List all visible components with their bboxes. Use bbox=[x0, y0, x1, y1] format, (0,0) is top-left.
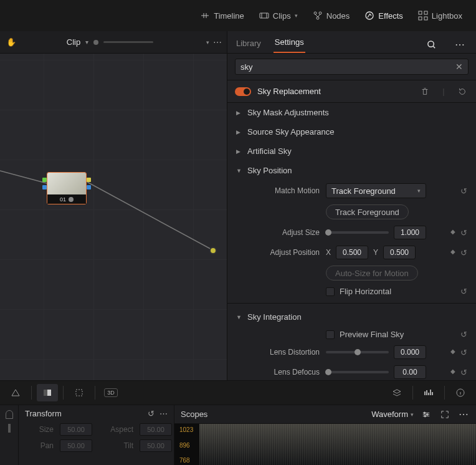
search-text[interactable] bbox=[240, 62, 450, 72]
svg-rect-13 bbox=[44, 390, 47, 396]
clips-button[interactable]: Clips ▾ bbox=[253, 7, 304, 24]
size-value[interactable]: 50.00 bbox=[60, 423, 92, 436]
lightbox-button[interactable]: Lightbox bbox=[412, 7, 469, 24]
waveform-icon[interactable] bbox=[418, 384, 439, 401]
clear-search-icon[interactable]: ✕ bbox=[455, 62, 463, 72]
tool-icon[interactable] bbox=[8, 424, 11, 433]
tab-library[interactable]: Library bbox=[235, 34, 262, 53]
match-motion-select[interactable]: Track Foreground ▾ bbox=[326, 183, 426, 198]
lens-distortion-value[interactable]: 0.000 bbox=[394, 345, 426, 359]
scope-settings-icon[interactable] bbox=[420, 410, 432, 419]
reset-icon[interactable]: ↺ bbox=[460, 287, 467, 296]
node-number: 01 bbox=[60, 196, 66, 203]
reset-effect-icon[interactable] bbox=[456, 87, 469, 96]
lens-distortion-slider[interactable] bbox=[326, 351, 389, 353]
svg-point-16 bbox=[424, 412, 426, 414]
expand-icon[interactable] bbox=[439, 410, 451, 419]
reset-icon[interactable]: ↺ bbox=[460, 368, 467, 377]
node-output-port[interactable] bbox=[87, 185, 91, 189]
svg-point-11 bbox=[427, 41, 433, 46]
tab-settings[interactable]: Settings bbox=[274, 32, 305, 53]
effects-button[interactable]: Effects bbox=[358, 7, 409, 24]
keyframe-icon[interactable]: ◆ bbox=[450, 348, 455, 357]
crop-icon[interactable] bbox=[69, 384, 90, 401]
panel-options-icon[interactable]: ⋯ bbox=[159, 409, 168, 418]
chevron-down-icon[interactable]: ▾ bbox=[85, 39, 88, 46]
keyframe-icon[interactable]: ◆ bbox=[450, 248, 455, 257]
adjust-size-label: Adjust Size bbox=[245, 228, 320, 237]
reset-icon[interactable]: ↺ bbox=[460, 248, 467, 257]
match-motion-value: Track Foreground bbox=[331, 186, 396, 196]
lens-defocus-value[interactable]: 0.00 bbox=[394, 365, 426, 379]
search-icon[interactable] bbox=[422, 36, 440, 53]
info-icon[interactable] bbox=[450, 384, 471, 401]
section-sky-position[interactable]: ▼Sky Position bbox=[227, 161, 476, 180]
adjust-size-slider[interactable] bbox=[326, 231, 389, 234]
node-output-port[interactable] bbox=[87, 178, 91, 182]
transform-panel: Transform ↺ ⋯ Size 50.00 Aspect 50.00 Pa… bbox=[19, 405, 174, 465]
effects-search-input[interactable]: ✕ bbox=[235, 59, 469, 75]
adjust-position-y[interactable]: 0.500 bbox=[383, 246, 416, 259]
lens-defocus-label: Lens Defocus bbox=[245, 368, 320, 376]
node-panel: ✋ Clip ▾ ▾ ⋯ 01 bbox=[0, 31, 227, 380]
svg-rect-5 bbox=[419, 11, 422, 14]
panel-options-icon[interactable]: ⋯ bbox=[457, 408, 470, 420]
auto-size-button[interactable]: Auto-Size for Motion bbox=[326, 266, 418, 280]
panel-options-icon[interactable]: ⋯ bbox=[451, 36, 469, 53]
chevron-down-icon: ▾ bbox=[411, 411, 414, 418]
aspect-value[interactable]: 50.00 bbox=[140, 423, 172, 436]
effect-enable-toggle[interactable] bbox=[235, 87, 251, 96]
preview-final-checkbox[interactable] bbox=[326, 330, 335, 339]
clip-slider[interactable] bbox=[103, 41, 153, 43]
chevron-right-icon: ▶ bbox=[236, 129, 242, 135]
timeline-button[interactable]: Timeline bbox=[194, 7, 250, 24]
keyframe-icon[interactable]: ◆ bbox=[450, 228, 455, 237]
reset-icon[interactable]: ↺ bbox=[460, 348, 467, 357]
reset-icon[interactable]: ↺ bbox=[460, 228, 467, 237]
image-wipe-icon[interactable] bbox=[37, 384, 58, 401]
adjust-size-value[interactable]: 1.000 bbox=[394, 226, 426, 239]
clip-mode-label[interactable]: Clip bbox=[67, 37, 80, 47]
3d-toggle[interactable]: 3D bbox=[100, 384, 121, 401]
section-sky-integration[interactable]: ▼Sky Integration bbox=[227, 307, 476, 327]
node-01[interactable]: 01 bbox=[47, 172, 87, 204]
svg-rect-7 bbox=[419, 17, 422, 20]
svg-point-17 bbox=[426, 413, 428, 415]
flip-horizontal-checkbox[interactable] bbox=[326, 287, 335, 296]
graph-output-node[interactable] bbox=[209, 247, 217, 254]
hand-tool-icon[interactable]: ✋ bbox=[5, 37, 17, 47]
chevron-down-icon: ▼ bbox=[236, 168, 242, 174]
delete-effect-icon[interactable] bbox=[419, 87, 431, 96]
tool-icon[interactable] bbox=[6, 410, 13, 419]
lens-distortion-label: Lens Distortion bbox=[245, 348, 320, 357]
timeline-label: Timeline bbox=[214, 11, 244, 21]
svg-point-3 bbox=[317, 17, 319, 19]
nodes-button[interactable]: Nodes bbox=[307, 7, 356, 24]
layers-icon[interactable] bbox=[386, 384, 407, 401]
svg-point-1 bbox=[314, 12, 317, 14]
lens-defocus-slider[interactable] bbox=[326, 371, 389, 373]
chevron-down-icon[interactable]: ▾ bbox=[206, 39, 209, 46]
chevron-down-icon: ▾ bbox=[417, 188, 421, 194]
adjust-position-x[interactable]: 0.500 bbox=[336, 246, 368, 259]
section-artificial-sky[interactable]: ▶Artificial Sky bbox=[227, 141, 476, 161]
scope-mode-select[interactable]: Waveform ▾ bbox=[371, 410, 414, 419]
tilt-value[interactable]: 50.00 bbox=[140, 439, 172, 452]
panel-options-icon[interactable]: ⋯ bbox=[213, 37, 222, 47]
node-input-port[interactable] bbox=[42, 185, 47, 189]
reset-icon[interactable]: ↺ bbox=[460, 186, 467, 196]
reset-icon[interactable]: ↺ bbox=[148, 409, 155, 418]
scope-tick: 896 bbox=[179, 442, 198, 449]
keyframe-icon[interactable]: ◆ bbox=[450, 368, 455, 377]
pan-value[interactable]: 50.00 bbox=[60, 439, 92, 452]
section-sky-mask[interactable]: ▶Sky Mask Adjustments bbox=[227, 103, 476, 122]
section-source-sky[interactable]: ▶Source Sky Appearance bbox=[227, 122, 476, 141]
reset-icon[interactable]: ↺ bbox=[460, 330, 467, 339]
node-input-port[interactable] bbox=[42, 178, 47, 182]
node-graph-canvas[interactable]: 01 bbox=[0, 54, 227, 380]
scope-display[interactable]: 1023 896 768 bbox=[174, 424, 476, 465]
track-foreground-button[interactable]: Track Foreground bbox=[326, 204, 409, 219]
effects-icon bbox=[364, 11, 374, 21]
shape-tool-icon[interactable] bbox=[5, 384, 26, 401]
svg-point-2 bbox=[319, 12, 321, 14]
